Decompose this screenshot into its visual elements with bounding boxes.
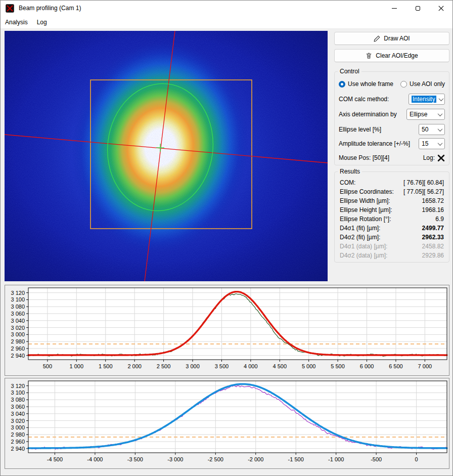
- svg-text:4 500: 4 500: [273, 363, 287, 369]
- svg-text:2 960: 2 960: [11, 439, 25, 445]
- amplitude-tolerance-combobox[interactable]: 15: [419, 138, 445, 149]
- axis-determination-combobox[interactable]: Ellipse: [406, 109, 445, 120]
- com-method-combobox[interactable]: Intensity: [409, 94, 445, 105]
- chevron-down-icon: [438, 141, 443, 146]
- result-row-d4s1-fit: D4σ1 (fit) [µm]: 2499.77: [340, 224, 444, 233]
- title-bar[interactable]: Beam profiling (Cam 1): [1, 1, 452, 16]
- svg-text:-3 000: -3 000: [167, 456, 183, 462]
- result-value: 6.9: [435, 215, 444, 223]
- svg-text:3 060: 3 060: [11, 404, 25, 410]
- svg-text:2 940: 2 940: [11, 353, 25, 359]
- beam-image[interactable]: [5, 31, 328, 281]
- result-label: D4σ2 (fit) [µm]:: [340, 234, 380, 241]
- app-icon: [6, 4, 14, 13]
- amplitude-tolerance-label: Amplitude tolerance [+/-%]: [339, 140, 410, 147]
- result-value: 2458.82: [422, 243, 444, 250]
- result-label: D4σ2 (data) [µm]:: [340, 252, 387, 259]
- window-title: Beam profiling (Cam 1): [19, 5, 81, 12]
- vertical-profile-chart[interactable]: -4 500-4 000-3 500-3 000-2 500-2 000-1 5…: [5, 378, 449, 469]
- result-row-d4s2-fit: D4σ2 (fit) [µm]: 2962.33: [340, 233, 444, 242]
- svg-text:6 000: 6 000: [360, 363, 374, 369]
- results-group: Results COM: [ 76.76][ 60.84] Ellipse Co…: [334, 171, 449, 263]
- menu-log[interactable]: Log: [32, 17, 52, 28]
- result-label: Ellipse Rotation [°]:: [340, 215, 391, 223]
- draw-aoi-button[interactable]: Draw AOI: [334, 32, 449, 45]
- svg-text:3 100: 3 100: [11, 390, 25, 396]
- svg-text:-500: -500: [371, 456, 382, 462]
- svg-text:3 120: 3 120: [11, 383, 25, 389]
- com-method-value: Intensity: [412, 96, 436, 103]
- svg-text:0: 0: [415, 456, 418, 462]
- svg-text:2 980: 2 980: [11, 431, 25, 438]
- svg-text:4 000: 4 000: [244, 363, 258, 369]
- amplitude-tolerance-value: 15: [422, 140, 428, 147]
- chevron-down-icon: [438, 96, 443, 101]
- svg-text:-4 000: -4 000: [87, 456, 103, 462]
- app-window: Beam profiling (Cam 1) Analysis Log: [0, 0, 453, 476]
- result-row-d4s1-data: D4σ1 (data) [µm]: 2458.82: [340, 242, 444, 251]
- svg-text:7 000: 7 000: [418, 363, 432, 369]
- horizontal-profile-chart[interactable]: 5001 0001 5002 0002 5003 0003 5004 0004 …: [5, 285, 449, 376]
- result-row-d4s2-data: D4σ2 (data) [µm]: 2929.86: [340, 251, 444, 260]
- ellipse-level-combobox[interactable]: 50: [419, 124, 445, 135]
- control-group: Control Use whole frame Use AOI only COM…: [334, 71, 449, 165]
- svg-text:3 000: 3 000: [11, 424, 25, 430]
- vignette: [5, 31, 328, 281]
- log-label: Log:: [423, 154, 435, 161]
- radio-whole-frame-icon: [339, 81, 345, 88]
- svg-text:3 040: 3 040: [11, 318, 25, 324]
- svg-text:3 020: 3 020: [11, 325, 25, 331]
- radio-whole-frame[interactable]: Use whole frame: [339, 80, 393, 88]
- clear-aoi-button[interactable]: Clear AOI/Edge: [334, 49, 449, 62]
- svg-text:3 100: 3 100: [11, 296, 25, 302]
- result-label: COM:: [340, 179, 355, 186]
- log-x-icon[interactable]: [437, 154, 445, 162]
- result-label: D4σ1 (data) [µm]:: [340, 243, 387, 250]
- svg-text:2 940: 2 940: [11, 446, 25, 452]
- svg-text:2 000: 2 000: [127, 363, 142, 369]
- svg-text:5 000: 5 000: [302, 363, 316, 369]
- close-button[interactable]: [429, 1, 452, 16]
- chevron-down-icon: [438, 126, 443, 132]
- menu-analysis[interactable]: Analysis: [1, 17, 32, 28]
- result-label: Ellipse Width [µm]:: [340, 197, 390, 204]
- result-row-ellipse-rotation: Ellipse Rotation [°]: 6.9: [340, 214, 444, 224]
- svg-text:3 080: 3 080: [11, 304, 25, 310]
- svg-text:3 120: 3 120: [11, 290, 25, 296]
- radio-whole-frame-label: Use whole frame: [348, 80, 393, 88]
- results-group-title: Results: [338, 168, 362, 175]
- pencil-icon: [374, 35, 380, 42]
- svg-text:6 500: 6 500: [389, 363, 403, 369]
- result-row-ellipse-width: Ellipse Width [µm]: 1658.72: [340, 196, 444, 205]
- result-row-ellipse-coords: Ellipse Coordinates: [ 77.05][ 56.27]: [340, 187, 444, 196]
- svg-text:-3 500: -3 500: [127, 456, 143, 462]
- svg-text:3 500: 3 500: [215, 363, 229, 369]
- minimize-icon: [392, 8, 397, 9]
- maximize-button[interactable]: [406, 1, 429, 16]
- result-label: D4σ1 (fit) [µm]:: [340, 225, 380, 232]
- result-label: Ellipse Height [µm]:: [340, 206, 392, 213]
- svg-text:-1 000: -1 000: [328, 456, 344, 462]
- svg-text:3 040: 3 040: [11, 411, 25, 417]
- maximize-icon: [416, 6, 420, 11]
- axis-determination-value: Ellipse: [410, 111, 427, 118]
- svg-text:-4 500: -4 500: [47, 456, 63, 462]
- chevron-down-icon: [438, 111, 443, 116]
- minimize-button[interactable]: [383, 1, 406, 16]
- radio-aoi-only[interactable]: Use AOI only: [400, 80, 445, 88]
- svg-text:2 500: 2 500: [157, 363, 171, 369]
- close-icon: [438, 6, 444, 11]
- svg-text:3 080: 3 080: [11, 397, 25, 403]
- result-label: Ellipse Coordinates:: [340, 188, 394, 195]
- result-value: 1658.72: [422, 197, 444, 204]
- ellipse-level-value: 50: [422, 126, 428, 133]
- result-row-com: COM: [ 76.76][ 60.84]: [340, 178, 444, 187]
- menu-bar: Analysis Log: [1, 16, 452, 29]
- result-value: 2962.33: [422, 234, 444, 241]
- ellipse-level-label: Ellipse level [%]: [339, 126, 381, 133]
- svg-text:-1 500: -1 500: [288, 456, 304, 462]
- result-value: 1968.16: [422, 206, 444, 213]
- svg-text:1 000: 1 000: [70, 363, 84, 369]
- svg-text:1 500: 1 500: [99, 363, 113, 369]
- radio-aoi-only-icon: [400, 81, 407, 88]
